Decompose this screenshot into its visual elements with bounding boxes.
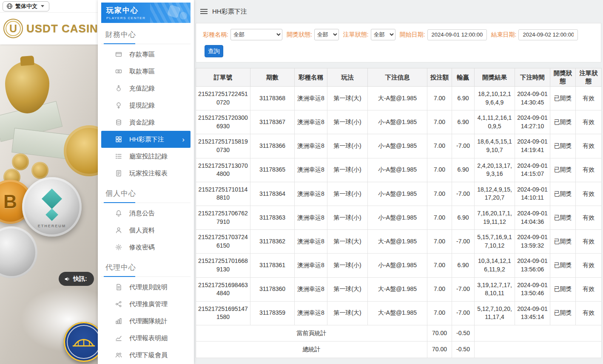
sidebar-item-deposit[interactable]: 存款專區 [101, 46, 191, 63]
gold-coin-image [12, 153, 29, 170]
menu-toggle-icon[interactable] [200, 9, 208, 14]
cell-play: 第一球(小) [327, 110, 368, 134]
cell-draw-status: 已開獎 [550, 230, 576, 254]
sidebar-item-agent-team-stats[interactable]: 代理團隊統計 [101, 313, 191, 330]
sidebar-item-funds-records[interactable]: 資金記錄 [101, 114, 191, 131]
ethereum-coin-label: ETHEREUM [22, 224, 82, 228]
lottery-name-select[interactable]: 全部 [230, 29, 282, 40]
cell-bet-time: 2024-09-01 14:10:11 [515, 182, 550, 206]
cell-result: 18,6,4,5,15,19,10,7 [475, 134, 515, 158]
sidebar-item-profile[interactable]: 個人資料 [101, 222, 191, 239]
cell-draw-status: 已開獎 [550, 158, 576, 182]
column-header: 開獎結果 [475, 68, 515, 87]
order-status-select[interactable]: 全部 [371, 29, 395, 40]
sidebar-subtitle: PLAYERS CENTER [106, 16, 185, 20]
sidebar-item-agent-sub-members[interactable]: 代理下級會員 [101, 347, 191, 364]
cell-play: 第一球(大) [327, 301, 368, 325]
cell-bet-time: 2024-09-01 14:27:10 [515, 110, 550, 134]
sidebar-item-hall-bet-records[interactable]: 廳室投註記錄 [101, 148, 191, 165]
cell-bet-info: 小-A盤@1.985 [368, 134, 427, 158]
cell-order-no: 2152172517101148810 [196, 182, 250, 206]
cell-lottery: 澳洲幸运8 [295, 254, 327, 277]
sidebar-item-player-bet-report[interactable]: 玩家投注報表 [101, 165, 191, 182]
search-button[interactable]: 查詢 [205, 45, 223, 57]
cell-order-status: 有效 [576, 230, 602, 254]
cell-draw-status: 已開獎 [550, 87, 576, 110]
cell-period: 31178362 [250, 230, 295, 254]
speaker-icon [64, 276, 70, 282]
sidebar-item-recharge-records[interactable]: 充值記錄 [101, 80, 191, 97]
sidebar-item-agent-promotion[interactable]: 代理推廣管理 [101, 296, 191, 313]
filter-label: 注單狀態: [343, 31, 369, 39]
sidebar-item-withdraw[interactable]: 取款專區 [101, 63, 191, 80]
table-row: 215217251713070480031178365澳洲幸运8第一球(小)小-… [196, 158, 602, 182]
cell-order-no: 2152172517203006930 [196, 110, 250, 134]
cell-period: 31178366 [250, 134, 295, 158]
announcement-bell-icon [115, 210, 122, 217]
recharge-record-icon [115, 85, 122, 92]
table-body: 215217251722451072031178368澳洲幸运8第一球(大)大-… [196, 87, 602, 325]
sidebar-item-label: 取款專區 [129, 68, 155, 76]
team-stats-icon [115, 318, 122, 325]
table-row: 215217251722451072031178368澳洲幸运8第一球(大)大-… [196, 87, 602, 110]
cell-bet-time: 2024-09-01 14:15:07 [515, 158, 550, 182]
summary-row: 總統計70.00-0.50 [196, 341, 602, 358]
sidebar-header: 玩家中心 PLAYERS CENTER [101, 3, 191, 23]
lottery-ticket-icon [115, 136, 122, 143]
cell-draw-status: 已開獎 [550, 301, 576, 325]
start-date-input[interactable] [427, 29, 487, 40]
cell-bet-amount: 7.00 [427, 230, 452, 254]
cell-result: 3,19,12,7,17,8,10,11 [475, 277, 515, 301]
ethereum-logo-icon [42, 189, 62, 209]
cashout-record-icon [115, 102, 122, 109]
end-date-input[interactable] [518, 29, 578, 40]
cell-bet-info: 大-A盤@1.985 [368, 301, 427, 325]
cell-order-status: 有效 [576, 277, 602, 301]
sidebar-item-withdrawal-records[interactable]: 提現記錄 [101, 97, 191, 114]
cell-order-no: 2152172516951471580 [196, 301, 250, 325]
cell-order-no: 2152172516984634840 [196, 277, 250, 301]
table-row: 215217251701668913031178361澳洲幸运8第一球(小)小-… [196, 254, 602, 277]
column-header: 投注額 [427, 68, 452, 87]
members-icon [115, 352, 122, 359]
sidebar-item-agent-rules[interactable]: 代理規則說明 [101, 279, 191, 296]
bets-table-panel: 訂單號期數彩種名稱玩法下注信息投注額輸贏開獎結果下注時間開獎狀態注單狀態 215… [196, 68, 601, 358]
column-header: 玩法 [327, 68, 368, 87]
cell-lottery: 澳洲幸运8 [295, 134, 327, 158]
cell-lottery: 澳洲幸运8 [295, 182, 327, 206]
cell-play: 第一球(小) [327, 134, 368, 158]
cell-win-loss: 6.90 [452, 110, 475, 134]
cell-result: 18,12,4,9,15,17,20,7 [475, 182, 515, 206]
sidebar-section-title: 代理中心 [101, 256, 191, 277]
cell-win-loss: -7.00 [452, 277, 475, 301]
ethereum-coin-image: ETHEREUM [22, 177, 82, 237]
sidebar-item-hh-lottery-bets[interactable]: HH彩票下注› [101, 131, 191, 148]
sidebar-item-agent-report-detail[interactable]: 代理報表明細 [101, 330, 191, 347]
sidebar-item-label: 玩家投注報表 [129, 169, 168, 178]
cell-order-no: 2152172517224510720 [196, 87, 250, 110]
sidebar-item-change-password[interactable]: 修改密碼 [101, 239, 191, 256]
cell-result: 10,3,14,12,16,11,9,2 [475, 254, 515, 277]
cell-order-status: 有效 [576, 158, 602, 182]
sidebar-item-announcements[interactable]: 消息公告 [101, 205, 191, 222]
filter-label: 結束日期: [491, 31, 517, 39]
cell-order-status: 有效 [576, 301, 602, 325]
cell-play: 第一球(小) [327, 158, 368, 182]
summary-empty-cell [475, 341, 602, 358]
cell-order-status: 有效 [576, 87, 602, 110]
draw-status-select[interactable]: 全部 [314, 29, 339, 40]
news-ticker-button[interactable]: 快訊: [59, 272, 94, 286]
cell-period: 31178367 [250, 110, 295, 134]
language-selector[interactable]: 繁体中文 [3, 1, 49, 11]
cell-result: 5,12,7,10,20,11,17,4 [475, 301, 515, 325]
cell-result: 2,4,20,13,17,9,3,16 [475, 158, 515, 182]
table-row: 215217251720300693031178367澳洲幸运8第一球(小)小-… [196, 110, 602, 134]
sidebar-section-title: 個人中心 [101, 182, 191, 203]
filter-start-date: 開始日期: [395, 29, 487, 40]
cell-period: 31178365 [250, 158, 295, 182]
cell-play: 第一球(大) [327, 230, 368, 254]
cell-order-no: 2152172517158190730 [196, 134, 250, 158]
withdraw-money-icon [115, 68, 122, 75]
language-label: 繁体中文 [15, 3, 37, 10]
news-ticker-label: 快訊: [73, 275, 87, 283]
